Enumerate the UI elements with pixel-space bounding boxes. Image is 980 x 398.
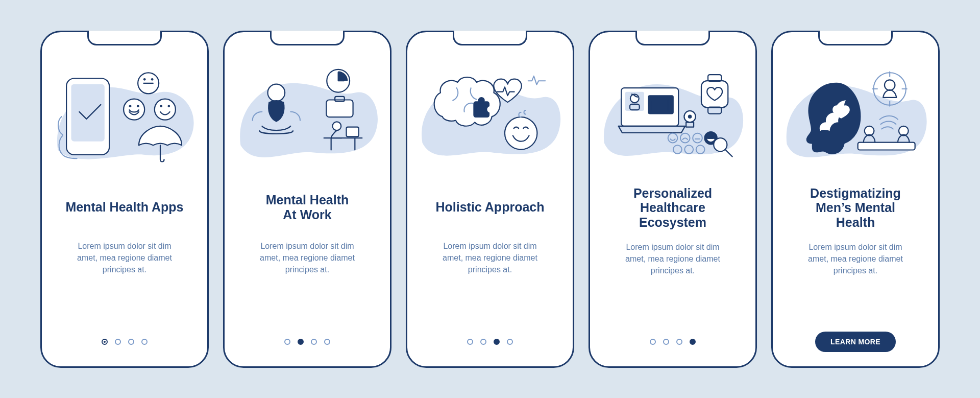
svg-point-30	[688, 114, 692, 118]
card-footer	[419, 330, 561, 354]
page-dot-3[interactable]	[311, 339, 317, 345]
onboarding-card-2: Mental Health At Work Lorem ipsum dolor …	[223, 31, 391, 368]
svg-rect-28	[648, 95, 673, 114]
page-dot-2[interactable]	[298, 339, 304, 345]
svg-point-4	[151, 78, 154, 81]
svg-point-40	[885, 80, 895, 90]
page-dot-2[interactable]	[115, 339, 121, 345]
card-title: Holistic Approach	[419, 186, 561, 229]
page-dot-3[interactable]	[494, 339, 500, 345]
svg-rect-17	[473, 101, 489, 118]
card-title: Destigmatizing Men’s Mental Health	[784, 186, 927, 230]
page-dots	[102, 339, 148, 345]
card-footer	[53, 330, 196, 354]
onboarding-card-5: Destigmatizing Men’s Mental Health Lorem…	[771, 31, 940, 368]
svg-rect-21	[701, 81, 728, 107]
svg-point-3	[143, 78, 146, 81]
page-dot-1[interactable]	[284, 339, 290, 345]
card-title: Personalized Healthcare Ecosystem	[601, 186, 744, 230]
page-dot-4[interactable]	[507, 339, 513, 345]
onboarding-card-1: Mental Health Apps Lorem ipsum dolor sit…	[40, 31, 209, 368]
onboarding-row: Mental Health Apps Lorem ipsum dolor sit…	[0, 31, 980, 368]
onboarding-card-4: Personalized Healthcare Ecosystem Lorem …	[589, 31, 757, 368]
card-footer: LEARN MORE	[784, 330, 927, 354]
card-body: Lorem ipsum dolor sit dim amet, mea regi…	[784, 241, 927, 277]
card-footer	[601, 330, 744, 354]
personalized-healthcare-icon	[601, 51, 744, 171]
destigmatizing-mens-health-icon	[784, 51, 927, 171]
svg-rect-1	[71, 84, 104, 141]
svg-point-10	[167, 105, 170, 107]
holistic-approach-icon	[419, 51, 561, 171]
svg-point-9	[160, 105, 163, 107]
page-dot-3[interactable]	[676, 339, 682, 345]
onboarding-card-3: Holistic Approach Lorem ipsum dolor sit …	[406, 31, 574, 368]
svg-point-14	[268, 84, 285, 101]
mental-health-apps-icon	[53, 51, 196, 171]
page-dot-3[interactable]	[128, 339, 134, 345]
page-dot-4[interactable]	[141, 339, 148, 345]
page-dot-1[interactable]	[467, 339, 473, 345]
page-dots	[467, 339, 513, 345]
svg-point-15	[332, 122, 341, 130]
card-body: Lorem ipsum dolor sit dim amet, mea regi…	[236, 240, 379, 276]
svg-rect-41	[858, 142, 915, 150]
svg-rect-12	[326, 100, 353, 117]
page-dot-1[interactable]	[102, 339, 108, 345]
page-dots	[650, 339, 696, 345]
page-dots	[284, 339, 330, 345]
svg-point-18	[478, 97, 485, 103]
svg-point-19	[487, 106, 494, 112]
svg-point-6	[129, 105, 132, 107]
svg-point-20	[505, 117, 537, 149]
card-footer	[236, 330, 379, 354]
card-body: Lorem ipsum dolor sit dim amet, mea regi…	[419, 240, 561, 276]
page-dot-4[interactable]	[690, 339, 696, 345]
card-title: Mental Health At Work	[236, 186, 379, 229]
svg-rect-16	[347, 127, 359, 136]
svg-point-5	[124, 99, 144, 120]
page-dot-2[interactable]	[663, 339, 669, 345]
page-dot-1[interactable]	[650, 339, 656, 345]
learn-more-button[interactable]: LEARN MORE	[815, 332, 896, 352]
card-title: Mental Health Apps	[53, 186, 196, 229]
svg-point-8	[155, 99, 176, 120]
card-body: Lorem ipsum dolor sit dim amet, mea regi…	[601, 241, 744, 277]
svg-point-7	[137, 105, 139, 107]
svg-point-38	[714, 138, 727, 151]
page-dot-2[interactable]	[480, 339, 486, 345]
card-body: Lorem ipsum dolor sit dim amet, mea regi…	[53, 240, 196, 276]
mental-health-at-work-icon	[236, 51, 379, 171]
page-dot-4[interactable]	[324, 339, 330, 345]
